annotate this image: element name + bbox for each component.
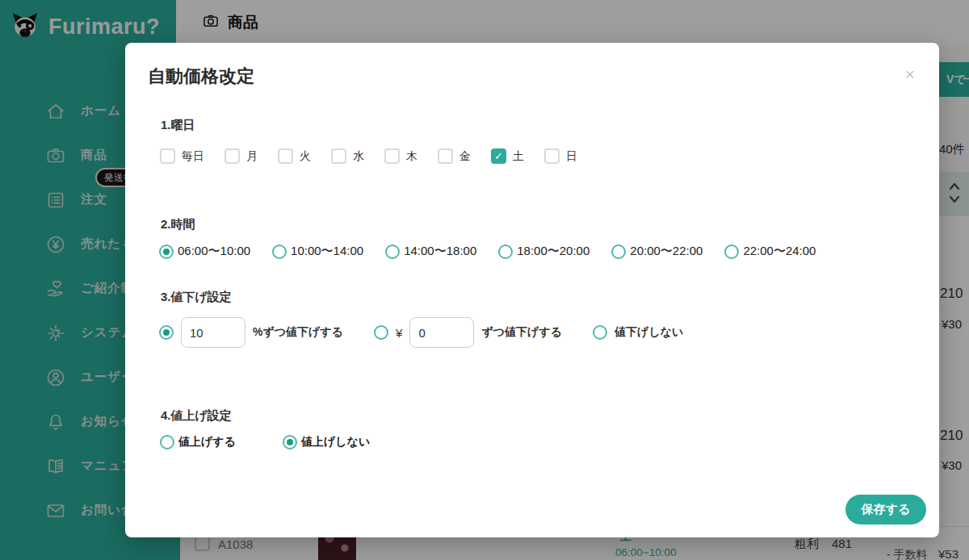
markup-no-option[interactable]: 値上げしない: [283, 435, 370, 449]
radio[interactable]: [272, 244, 287, 259]
weekday-option-everyday[interactable]: 毎日: [160, 148, 204, 164]
radio-selected[interactable]: [159, 244, 174, 259]
markdown-yen-input[interactable]: [409, 317, 474, 348]
checkbox[interactable]: [331, 148, 346, 164]
checkbox-checked[interactable]: [491, 148, 506, 164]
markdown-options: %ずつ値下げする ¥ ずつ値下げする 値下げしない: [159, 317, 683, 348]
checkbox[interactable]: [278, 148, 293, 164]
modal-title: 自動価格改定: [148, 65, 254, 89]
markdown-section-label: 3.値下げ設定: [161, 290, 232, 305]
radio[interactable]: [385, 244, 400, 259]
markdown-yen-option[interactable]: ¥ ずつ値下げする: [374, 317, 562, 348]
checkbox[interactable]: [384, 148, 400, 164]
weekday-option-tue[interactable]: 火: [278, 148, 311, 164]
yen-symbol: ¥: [396, 326, 402, 340]
time-option-1800-2000[interactable]: 18:00〜20:00: [498, 244, 589, 259]
weekday-option-fri[interactable]: 金: [438, 148, 471, 164]
radio[interactable]: [593, 325, 607, 340]
radio[interactable]: [374, 325, 388, 340]
close-icon[interactable]: ×: [905, 65, 915, 82]
radio[interactable]: [611, 244, 626, 259]
checkbox[interactable]: [544, 148, 560, 164]
checkbox[interactable]: [160, 148, 175, 164]
time-options: 06:00〜10:00 10:00〜14:00 14:00〜18:00 18:0…: [159, 244, 816, 259]
radio[interactable]: [724, 244, 739, 259]
checkbox[interactable]: [438, 148, 453, 164]
time-option-1000-1400[interactable]: 10:00〜14:00: [272, 244, 363, 259]
save-button[interactable]: 保存する: [845, 495, 926, 524]
time-option-2000-2200[interactable]: 20:00〜22:00: [611, 244, 703, 259]
auto-price-modal: 自動価格改定 × 1.曜日 毎日 月 火 水 木 金 土 日 2.時間 06:0…: [125, 43, 939, 537]
time-option-0600-1000[interactable]: 06:00〜10:00: [159, 244, 250, 259]
markdown-none-option[interactable]: 値下げしない: [593, 325, 683, 340]
radio-selected[interactable]: [159, 325, 174, 340]
checkbox[interactable]: [224, 148, 240, 164]
app-root: Furimaru? ホーム 商品 注文 発送待ち 売れたもの ご紹: [0, 0, 969, 560]
weekday-options: 毎日 月 火 水 木 金 土 日: [160, 148, 577, 164]
time-option-1400-1800[interactable]: 14:00〜18:00: [385, 244, 476, 259]
time-section-label: 2.時間: [161, 217, 195, 232]
weekday-section-label: 1.曜日: [161, 118, 195, 133]
weekday-option-sun[interactable]: 日: [544, 148, 577, 164]
radio[interactable]: [160, 435, 174, 449]
radio-selected[interactable]: [283, 435, 297, 449]
markup-options: 値上げする 値上げしない: [160, 435, 370, 449]
markdown-percent-input[interactable]: [181, 317, 245, 348]
weekday-option-sat[interactable]: 土: [491, 148, 524, 164]
markup-yes-option[interactable]: 値上げする: [160, 435, 236, 449]
weekday-option-thu[interactable]: 木: [384, 148, 417, 164]
weekday-option-mon[interactable]: 月: [224, 148, 258, 164]
time-option-2200-2400[interactable]: 22:00〜24:00: [724, 244, 816, 259]
markdown-percent-option[interactable]: %ずつ値下げする: [159, 317, 343, 348]
weekday-option-wed[interactable]: 水: [331, 148, 364, 164]
markup-section-label: 4.値上げ設定: [161, 408, 232, 424]
radio[interactable]: [498, 244, 513, 259]
